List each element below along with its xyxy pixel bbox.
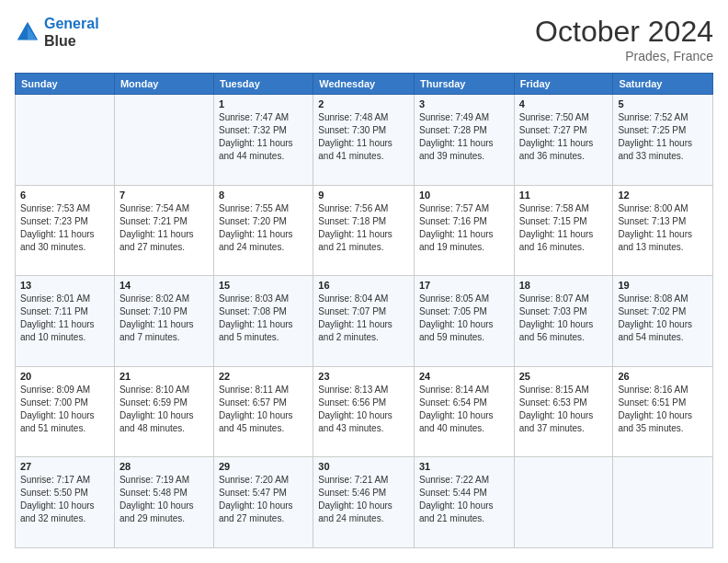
week-row-4: 20Sunrise: 8:09 AM Sunset: 7:00 PM Dayli… <box>16 366 713 457</box>
calendar-cell: 22Sunrise: 8:11 AM Sunset: 6:57 PM Dayli… <box>214 366 313 457</box>
calendar-cell <box>16 95 115 186</box>
logo: General Blue <box>15 15 99 50</box>
calendar-cell: 20Sunrise: 8:09 AM Sunset: 7:00 PM Dayli… <box>16 366 115 457</box>
day-info: Sunrise: 8:00 AM Sunset: 7:13 PM Dayligh… <box>618 202 708 254</box>
calendar-cell: 16Sunrise: 8:04 AM Sunset: 7:07 PM Dayli… <box>313 276 415 367</box>
header: General Blue October 2024 Prades, France <box>15 15 713 63</box>
week-row-5: 27Sunrise: 7:17 AM Sunset: 5:50 PM Dayli… <box>16 457 713 548</box>
calendar-header-sunday: Sunday <box>16 74 115 95</box>
day-info: Sunrise: 8:05 AM Sunset: 7:05 PM Dayligh… <box>419 293 509 344</box>
page: General Blue October 2024 Prades, France… <box>0 0 728 563</box>
calendar-cell: 25Sunrise: 8:15 AM Sunset: 6:53 PM Dayli… <box>514 366 613 457</box>
day-info: Sunrise: 7:49 AM Sunset: 7:28 PM Dayligh… <box>419 111 509 163</box>
day-number: 6 <box>20 190 109 201</box>
day-info: Sunrise: 8:03 AM Sunset: 7:08 PM Dayligh… <box>219 293 308 344</box>
day-number: 27 <box>20 461 109 472</box>
calendar-cell: 13Sunrise: 8:01 AM Sunset: 7:11 PM Dayli… <box>16 276 115 367</box>
day-info: Sunrise: 8:08 AM Sunset: 7:02 PM Dayligh… <box>618 293 708 344</box>
calendar-cell: 27Sunrise: 7:17 AM Sunset: 5:50 PM Dayli… <box>16 457 115 548</box>
title-block: October 2024 Prades, France <box>535 15 713 63</box>
day-info: Sunrise: 7:21 AM Sunset: 5:46 PM Dayligh… <box>318 474 409 525</box>
day-number: 5 <box>618 98 708 109</box>
calendar-cell: 2Sunrise: 7:48 AM Sunset: 7:30 PM Daylig… <box>313 95 415 186</box>
day-number: 25 <box>519 371 609 382</box>
week-row-1: 1Sunrise: 7:47 AM Sunset: 7:32 PM Daylig… <box>16 95 713 186</box>
day-info: Sunrise: 8:16 AM Sunset: 6:51 PM Dayligh… <box>618 384 708 435</box>
calendar-cell: 12Sunrise: 8:00 AM Sunset: 7:13 PM Dayli… <box>613 185 713 276</box>
day-number: 18 <box>519 280 609 291</box>
calendar-cell: 28Sunrise: 7:19 AM Sunset: 5:48 PM Dayli… <box>114 457 213 548</box>
day-number: 21 <box>119 371 209 382</box>
calendar-header-row: SundayMondayTuesdayWednesdayThursdayFrid… <box>16 74 713 95</box>
calendar-cell: 1Sunrise: 7:47 AM Sunset: 7:32 PM Daylig… <box>214 95 313 186</box>
day-info: Sunrise: 8:14 AM Sunset: 6:54 PM Dayligh… <box>419 384 509 435</box>
calendar-header-monday: Monday <box>114 74 213 95</box>
day-number: 4 <box>519 98 609 109</box>
day-number: 15 <box>219 280 308 291</box>
calendar-cell: 9Sunrise: 7:56 AM Sunset: 7:18 PM Daylig… <box>313 185 415 276</box>
logo-text: General Blue <box>44 15 99 50</box>
calendar-cell: 29Sunrise: 7:20 AM Sunset: 5:47 PM Dayli… <box>214 457 313 548</box>
day-number: 9 <box>318 190 409 201</box>
calendar-cell: 31Sunrise: 7:22 AM Sunset: 5:44 PM Dayli… <box>414 457 514 548</box>
calendar-cell <box>114 95 213 186</box>
day-number: 30 <box>318 461 409 472</box>
calendar-cell: 14Sunrise: 8:02 AM Sunset: 7:10 PM Dayli… <box>114 276 213 367</box>
calendar-cell: 11Sunrise: 7:58 AM Sunset: 7:15 PM Dayli… <box>514 185 613 276</box>
day-number: 20 <box>20 371 109 382</box>
logo-line2: Blue <box>44 32 99 50</box>
calendar-cell: 19Sunrise: 8:08 AM Sunset: 7:02 PM Dayli… <box>613 276 713 367</box>
day-number: 13 <box>20 280 109 291</box>
day-info: Sunrise: 8:09 AM Sunset: 7:00 PM Dayligh… <box>20 384 109 435</box>
day-number: 29 <box>219 461 308 472</box>
calendar-cell: 30Sunrise: 7:21 AM Sunset: 5:46 PM Dayli… <box>313 457 415 548</box>
day-number: 12 <box>618 190 708 201</box>
day-number: 17 <box>419 280 509 291</box>
calendar-cell: 18Sunrise: 8:07 AM Sunset: 7:03 PM Dayli… <box>514 276 613 367</box>
day-info: Sunrise: 7:55 AM Sunset: 7:20 PM Dayligh… <box>219 202 308 254</box>
day-info: Sunrise: 7:58 AM Sunset: 7:15 PM Dayligh… <box>519 202 609 254</box>
day-info: Sunrise: 8:11 AM Sunset: 6:57 PM Dayligh… <box>219 384 308 435</box>
day-info: Sunrise: 7:17 AM Sunset: 5:50 PM Dayligh… <box>20 474 109 525</box>
day-number: 10 <box>419 190 509 201</box>
location: Prades, France <box>535 49 713 63</box>
day-info: Sunrise: 8:04 AM Sunset: 7:07 PM Dayligh… <box>318 293 409 344</box>
day-number: 23 <box>318 371 409 382</box>
day-number: 11 <box>519 190 609 201</box>
day-info: Sunrise: 8:01 AM Sunset: 7:11 PM Dayligh… <box>20 293 109 344</box>
calendar-cell: 26Sunrise: 8:16 AM Sunset: 6:51 PM Dayli… <box>613 366 713 457</box>
day-number: 7 <box>119 190 209 201</box>
week-row-2: 6Sunrise: 7:53 AM Sunset: 7:23 PM Daylig… <box>16 185 713 276</box>
day-number: 31 <box>419 461 509 472</box>
calendar-header-wednesday: Wednesday <box>313 74 415 95</box>
calendar-cell: 5Sunrise: 7:52 AM Sunset: 7:25 PM Daylig… <box>613 95 713 186</box>
day-number: 16 <box>318 280 409 291</box>
calendar-header-saturday: Saturday <box>613 74 713 95</box>
logo-line1: General <box>44 16 99 31</box>
day-info: Sunrise: 8:13 AM Sunset: 6:56 PM Dayligh… <box>318 384 409 435</box>
week-row-3: 13Sunrise: 8:01 AM Sunset: 7:11 PM Dayli… <box>16 276 713 367</box>
day-info: Sunrise: 7:53 AM Sunset: 7:23 PM Dayligh… <box>20 202 109 254</box>
day-info: Sunrise: 7:48 AM Sunset: 7:30 PM Dayligh… <box>318 111 409 163</box>
calendar-cell: 10Sunrise: 7:57 AM Sunset: 7:16 PM Dayli… <box>414 185 514 276</box>
day-number: 22 <box>219 371 308 382</box>
calendar-header-thursday: Thursday <box>414 74 514 95</box>
calendar-cell: 4Sunrise: 7:50 AM Sunset: 7:27 PM Daylig… <box>514 95 613 186</box>
day-info: Sunrise: 8:07 AM Sunset: 7:03 PM Dayligh… <box>519 293 609 344</box>
day-info: Sunrise: 8:02 AM Sunset: 7:10 PM Dayligh… <box>119 293 209 344</box>
calendar-cell: 24Sunrise: 8:14 AM Sunset: 6:54 PM Dayli… <box>414 366 514 457</box>
day-number: 24 <box>419 371 509 382</box>
calendar-cell: 21Sunrise: 8:10 AM Sunset: 6:59 PM Dayli… <box>114 366 213 457</box>
day-info: Sunrise: 7:56 AM Sunset: 7:18 PM Dayligh… <box>318 202 409 254</box>
day-info: Sunrise: 7:54 AM Sunset: 7:21 PM Dayligh… <box>119 202 209 254</box>
day-number: 14 <box>119 280 209 291</box>
month-title: October 2024 <box>535 15 713 49</box>
day-number: 19 <box>618 280 708 291</box>
day-info: Sunrise: 8:15 AM Sunset: 6:53 PM Dayligh… <box>519 384 609 435</box>
day-info: Sunrise: 7:47 AM Sunset: 7:32 PM Dayligh… <box>219 111 308 163</box>
calendar-cell: 15Sunrise: 8:03 AM Sunset: 7:08 PM Dayli… <box>214 276 313 367</box>
calendar-cell: 23Sunrise: 8:13 AM Sunset: 6:56 PM Dayli… <box>313 366 415 457</box>
calendar-header-tuesday: Tuesday <box>214 74 313 95</box>
day-info: Sunrise: 7:20 AM Sunset: 5:47 PM Dayligh… <box>219 474 308 525</box>
day-number: 1 <box>219 98 308 109</box>
